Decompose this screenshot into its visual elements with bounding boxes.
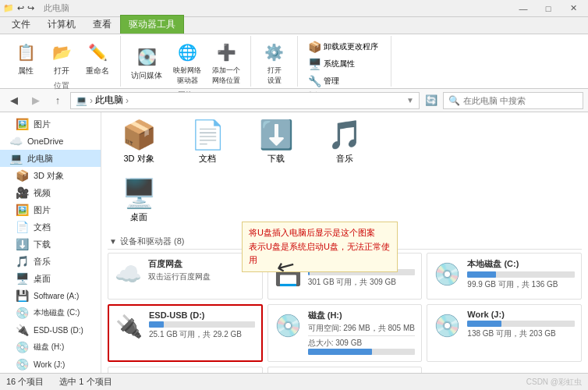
drive-study[interactable]: 💿 Study (K:) 78.0 GB 可用，共 195 GB [108, 367, 263, 373]
sidebar-3d-label: 3D 对象 [34, 170, 64, 182]
folder-3d[interactable]: 📦 3D 对象 [108, 115, 170, 168]
baidu-name: 百度网盘 [148, 258, 256, 270]
devices-section-label: 设备和驱动器 (8) [120, 236, 185, 247]
sidebar-item-video[interactable]: 🎥 视频 [0, 184, 101, 201]
drives-row-3: 💿 Study (K:) 78.0 GB 可用，共 195 GB 💿 RECOV… [108, 367, 582, 373]
tab-file[interactable]: 文件 [3, 15, 39, 34]
folder-downloads[interactable]: ⬇️ 下载 [245, 115, 307, 168]
address-path[interactable]: 💻 › 此电脑 › ▼ [70, 92, 420, 109]
sidebar-c-drive-label: 本地磁盘 (C:) [34, 307, 80, 318]
top-folders-row2: 🖥️ 桌面 [108, 174, 582, 226]
system-properties-label: 系统属性 [324, 58, 355, 69]
close-button[interactable]: ✕ [561, 2, 585, 16]
drive-baidu[interactable]: ☁️ 百度网盘 双击运行百度网盘 [108, 253, 263, 300]
search-icon: 🔍 [448, 95, 460, 106]
drive-software[interactable]: 💾 Software (A:) 301 GB 可用，共 309 GB [267, 253, 423, 300]
sidebar-item-pictures[interactable]: 🖼️ 图片 [0, 201, 101, 218]
docs-icon: 📄 [16, 221, 29, 233]
work-bar-container [467, 321, 575, 327]
search-input[interactable] [463, 96, 578, 105]
drive-c[interactable]: 💿 本地磁盘 (C:) 99.9 GB 可用，共 136 GB [427, 253, 582, 300]
watermark: CSDN @彩虹虫 [526, 377, 582, 388]
tab-view[interactable]: 查看 [84, 15, 120, 34]
sidebar-item-downloads[interactable]: ⬇️ 下载 [0, 236, 101, 253]
h-drive-icon: 💿 [16, 341, 29, 353]
sidebar-item-software[interactable]: 💾 Software (A:) [0, 287, 101, 304]
c-drive-name: 本地磁盘 (C:) [467, 258, 575, 270]
sidebar-item-docs[interactable]: 📄 文档 [0, 218, 101, 236]
minimize-button[interactable]: — [512, 2, 535, 16]
drive-h[interactable]: 💿 磁盘 (H:) 可用空间: 296 MB，共 805 MB 总大小: 309… [267, 304, 423, 362]
top-folders-row: 📦 3D 对象 📄 文档 ⬇️ 下载 🎵 音乐 [108, 115, 582, 168]
back-button[interactable]: ◀ [5, 92, 23, 109]
up-button[interactable]: ↑ [48, 92, 67, 109]
open-settings-icon: ⚙️ [262, 40, 287, 65]
title-bar-left: 📁 ↩ ↪ 此电脑 [3, 2, 69, 14]
h-drive-bar-container [308, 349, 416, 355]
sidebar-item-this-pc[interactable]: 💻 此电脑 [0, 150, 101, 167]
folder-desktop[interactable]: 🖥️ 桌面 [108, 174, 170, 226]
devices-section-arrow[interactable]: ▼ [109, 237, 117, 246]
open-settings-label: 打开设置 [267, 66, 282, 86]
sidebar-h-drive-label: 磁盘 (H:) [34, 342, 64, 353]
properties-button[interactable]: 📋 属性 [9, 37, 42, 79]
tab-computer[interactable]: 计算机 [39, 15, 84, 34]
sidebar-item-3d[interactable]: 📦 3D 对象 [0, 167, 101, 184]
rename-icon: ✏️ [85, 40, 110, 65]
ribbon-group-settings: ⚙️ 打开设置 [251, 36, 298, 87]
software-info: Software (A:) 301 GB 可用，共 309 GB [308, 258, 416, 288]
onedrive-icon: ☁️ [9, 135, 23, 147]
esd-usb-content-icon: 🔌 [115, 314, 143, 339]
refresh-button[interactable]: 🔄 [423, 92, 440, 109]
properties-label: 属性 [18, 66, 34, 76]
work-size: 138 GB 可用，共 203 GB [467, 328, 575, 339]
access-media-button[interactable]: 💽 访问媒体 [127, 42, 166, 83]
title-bar-buttons: — □ ✕ [512, 2, 585, 16]
folder-music[interactable]: 🎵 音乐 [313, 115, 376, 168]
work-info: Work (J:) 138 GB 可用，共 203 GB [467, 310, 575, 339]
rename-button[interactable]: ✏️ 重命名 [81, 37, 114, 79]
sidebar-item-onedrive[interactable]: ☁️ OneDrive [0, 133, 101, 150]
uninstall-button[interactable]: 📦 卸载或更改程序 [304, 39, 382, 55]
c-drive-content-icon: 💿 [434, 261, 461, 287]
map-network-button[interactable]: 🌐 映射网络驱动器 [169, 37, 205, 88]
forward-button[interactable]: ▶ [27, 92, 45, 109]
sidebar-item-h-drive[interactable]: 💿 磁盘 (H:) [0, 339, 101, 356]
manage-button[interactable]: 🔧 管理 [304, 73, 382, 89]
quick-forward[interactable]: ↪ [27, 3, 34, 13]
sidebar-item-music[interactable]: 🎵 音乐 [0, 253, 101, 270]
sidebar-downloads-label: 下载 [34, 239, 51, 250]
add-network-button[interactable]: ➕ 添加一个网络位置 [208, 37, 244, 88]
esd-usb-size: 25.1 GB 可用，共 29.2 GB [149, 329, 255, 340]
maximize-button[interactable]: □ [537, 2, 560, 16]
folder-3d-icon: 📦 [122, 119, 157, 151]
sidebar-item-c-drive[interactable]: 💿 本地磁盘 (C:) [0, 304, 101, 321]
system-properties-button[interactable]: 🖥️ 系统属性 [304, 56, 382, 72]
open-settings-button[interactable]: ⚙️ 打开设置 [258, 37, 291, 88]
work-drive-icon: 💿 [16, 358, 29, 370]
sidebar-software-label: Software (A:) [34, 292, 79, 300]
ribbon-group-network: 💽 访问媒体 🌐 映射网络驱动器 ➕ 添加一个网络位置 网络 [121, 36, 251, 87]
drive-work[interactable]: 💿 Work (J:) 138 GB 可用，共 203 GB [427, 304, 582, 362]
drive-esd-usb[interactable]: 🔌 ESD-USB (D:) 25.1 GB 可用，共 29.2 GB [108, 304, 263, 362]
open-button[interactable]: 📂 打开 [45, 37, 78, 79]
folder-docs-icon: 📄 [190, 119, 225, 151]
folder-docs[interactable]: 📄 文档 [176, 115, 239, 168]
quick-back[interactable]: ↩ [17, 3, 24, 13]
h-drive-total: 总大小: 309 GB [308, 335, 416, 349]
drives-row-2: 🔌 ESD-USB (D:) 25.1 GB 可用，共 29.2 GB 💿 磁盘… [108, 304, 582, 362]
h-drive-bar [308, 349, 373, 355]
search-box[interactable]: 🔍 [443, 92, 583, 109]
app-icon: 📁 [3, 3, 14, 13]
drive-recovery[interactable]: 💿 RECOVERY (L:) 783 MB 可用，共 799 MB [267, 367, 423, 373]
sidebar-video-label: 视频 [34, 187, 51, 199]
address-dropdown[interactable]: ▼ [406, 96, 414, 105]
sidebar-onedrive-label: OneDrive [27, 136, 63, 146]
this-pc-icon: 💻 [9, 152, 23, 165]
tab-drive-tools[interactable]: 驱动器工具 [120, 15, 184, 34]
sidebar-item-desktop[interactable]: 🖥️ 桌面 [0, 270, 101, 287]
sidebar-item-esd-usb[interactable]: 🔌 ESD-USB (D:) [0, 321, 101, 339]
video-icon: 🎥 [16, 186, 29, 199]
sidebar-item-pictures-top[interactable]: 🖼️ 图片 [0, 115, 101, 133]
sidebar-item-work[interactable]: 💿 Work (J:) [0, 356, 101, 373]
